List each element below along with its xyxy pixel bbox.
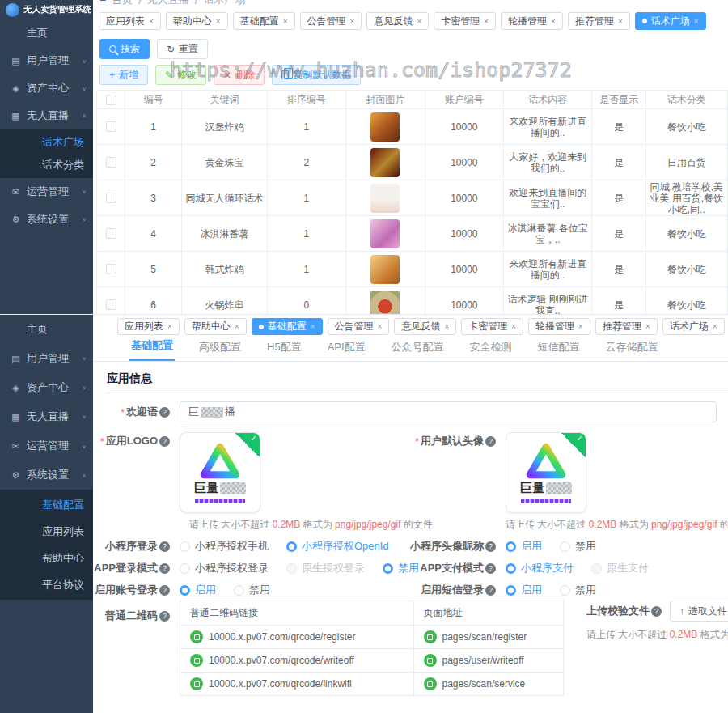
tab[interactable]: 话术广场× xyxy=(635,12,706,30)
sidebar-item-home[interactable]: 主页 xyxy=(0,19,93,47)
help-icon[interactable]: ? xyxy=(159,436,170,447)
sidebar-subitem[interactable]: 帮助中心 xyxy=(0,545,93,571)
sidebar-subitem[interactable]: 平台协议 xyxy=(0,571,93,598)
subtab[interactable]: 云存储配置 xyxy=(604,340,660,361)
row-checkbox[interactable] xyxy=(106,228,116,239)
tab[interactable]: 帮助中心× xyxy=(166,12,228,30)
radio-option[interactable]: 小程序授权登录 xyxy=(180,561,269,575)
radio-option[interactable]: 启用 xyxy=(180,583,216,597)
close-icon[interactable]: × xyxy=(618,17,623,26)
edit-button[interactable]: ✎修改 xyxy=(155,65,206,85)
logo-upload-card[interactable]: ✓ 巨量 xyxy=(180,432,260,513)
close-icon[interactable]: × xyxy=(511,322,516,331)
close-icon[interactable]: × xyxy=(551,17,556,26)
radio-option[interactable]: 小程序支付 xyxy=(506,561,574,575)
radio-option[interactable]: 禁用 xyxy=(560,539,596,554)
sidebar-item-home[interactable]: 主页 xyxy=(0,315,93,344)
row-checkbox[interactable] xyxy=(106,299,116,310)
sidebar-subitem[interactable]: 基础配置 xyxy=(0,491,93,518)
subtab[interactable]: 安全检测 xyxy=(468,340,514,361)
subtab[interactable]: 公众号配置 xyxy=(390,340,446,361)
subtab[interactable]: H5配置 xyxy=(265,340,303,361)
help-icon[interactable]: ? xyxy=(485,436,496,447)
close-icon[interactable]: × xyxy=(444,322,449,331)
row-checkbox[interactable] xyxy=(106,157,116,168)
tab[interactable]: 意见反馈× xyxy=(394,318,456,335)
close-icon[interactable]: × xyxy=(713,322,717,331)
radio-option[interactable]: 启用 xyxy=(506,583,542,597)
close-icon[interactable]: × xyxy=(578,322,583,331)
help-icon[interactable]: ? xyxy=(485,541,496,552)
sidebar-subitem[interactable]: 话术广场 xyxy=(0,131,93,154)
help-icon[interactable]: ? xyxy=(485,585,496,596)
radio-option[interactable]: 启用 xyxy=(506,539,542,554)
radio-option[interactable]: 原生支付 xyxy=(591,561,649,575)
tab[interactable]: 公告管理× xyxy=(328,318,390,335)
help-icon[interactable]: ? xyxy=(159,541,170,552)
close-icon[interactable]: × xyxy=(378,322,383,331)
close-icon[interactable]: × xyxy=(235,322,239,331)
welcome-input[interactable]: 巨 播 xyxy=(180,401,717,422)
choose-file-button[interactable]: ↑选取文件 xyxy=(670,601,728,622)
help-icon[interactable]: ? xyxy=(159,611,170,622)
tab[interactable]: 应用列表× xyxy=(117,318,180,335)
sidebar-item-live[interactable]: ▦无人直播∧ xyxy=(0,102,93,129)
sidebar-item-settings[interactable]: ⚙系统设置∨ xyxy=(0,206,93,233)
reset-button[interactable]: ↻重置 xyxy=(157,39,208,59)
subtab[interactable]: 高级配置 xyxy=(197,340,243,361)
radio-option[interactable]: 原生授权登录 xyxy=(286,561,365,575)
tab[interactable]: 轮播管理× xyxy=(528,318,590,335)
tab[interactable]: 公告管理× xyxy=(300,12,362,30)
sidebar-subitem[interactable]: 话术分类 xyxy=(0,154,93,176)
tab[interactable]: 轮播管理× xyxy=(501,12,563,30)
tab[interactable]: 帮助中心× xyxy=(184,318,247,335)
close-icon[interactable]: × xyxy=(216,17,221,26)
close-icon[interactable]: × xyxy=(283,17,288,26)
radio-option[interactable]: 禁用 xyxy=(234,583,270,597)
row-checkbox[interactable] xyxy=(106,193,116,203)
sidebar-subitem[interactable]: 应用列表 xyxy=(0,518,93,545)
sidebar-item-users[interactable]: ▤用户管理∨ xyxy=(0,47,93,74)
sidebar-item-live[interactable]: ▦无人直播∨ xyxy=(0,402,93,431)
select-all-checkbox[interactable] xyxy=(106,95,116,105)
sidebar-item-assets[interactable]: ◈资产中心∨ xyxy=(0,74,93,102)
close-icon[interactable]: × xyxy=(694,17,699,26)
avatar-upload-card[interactable]: ✓ 巨量 xyxy=(506,432,586,513)
subtab[interactable]: 短信配置 xyxy=(536,340,582,361)
close-icon[interactable]: × xyxy=(645,322,650,331)
close-icon[interactable]: × xyxy=(167,322,172,331)
sidebar-item-settings[interactable]: ⚙系统设置∧ xyxy=(0,460,93,490)
close-icon[interactable]: × xyxy=(417,17,421,26)
copy-default-button[interactable]: 复制默认数据 xyxy=(272,65,361,85)
radio-option[interactable]: 小程序授权OpenId xyxy=(286,539,389,554)
row-checkbox[interactable] xyxy=(106,121,116,132)
tab[interactable]: 卡密管理× xyxy=(434,12,496,30)
close-icon[interactable]: × xyxy=(311,322,315,331)
radio-option[interactable]: 禁用 xyxy=(560,583,596,597)
delete-button[interactable]: ✕删除 xyxy=(214,65,265,85)
help-icon[interactable]: ? xyxy=(485,563,496,574)
search-button[interactable]: 搜索 xyxy=(99,39,150,59)
tab[interactable]: 基础配置× xyxy=(252,318,323,335)
help-icon[interactable]: ? xyxy=(159,585,170,596)
hamburger-icon[interactable]: ≡ xyxy=(99,0,106,6)
sidebar-item-operations[interactable]: ✉运营管理∨ xyxy=(0,178,93,206)
subtab[interactable]: API配置 xyxy=(326,340,367,361)
tab[interactable]: 推荐管理× xyxy=(595,318,658,335)
close-icon[interactable]: × xyxy=(350,17,355,26)
sidebar-item-users[interactable]: ▤用户管理∨ xyxy=(0,344,93,373)
tab[interactable]: 卡密管理× xyxy=(461,318,523,335)
close-icon[interactable]: × xyxy=(484,17,489,26)
subtab[interactable]: 基础配置 xyxy=(129,338,175,361)
close-icon[interactable]: × xyxy=(149,17,154,26)
tab[interactable]: 推荐管理× xyxy=(568,12,630,30)
help-icon[interactable]: ? xyxy=(159,407,170,418)
sidebar-item-assets[interactable]: ◈资产中心∨ xyxy=(0,373,93,402)
tab[interactable]: 应用列表× xyxy=(99,12,161,30)
tab[interactable]: 话术广场× xyxy=(662,318,725,335)
help-icon[interactable]: ? xyxy=(159,563,170,574)
sidebar-item-operations[interactable]: ✉运营管理∨ xyxy=(0,431,93,460)
tab[interactable]: 意见反馈× xyxy=(366,12,429,30)
help-icon[interactable]: ? xyxy=(651,606,662,617)
row-checkbox[interactable] xyxy=(106,264,116,274)
